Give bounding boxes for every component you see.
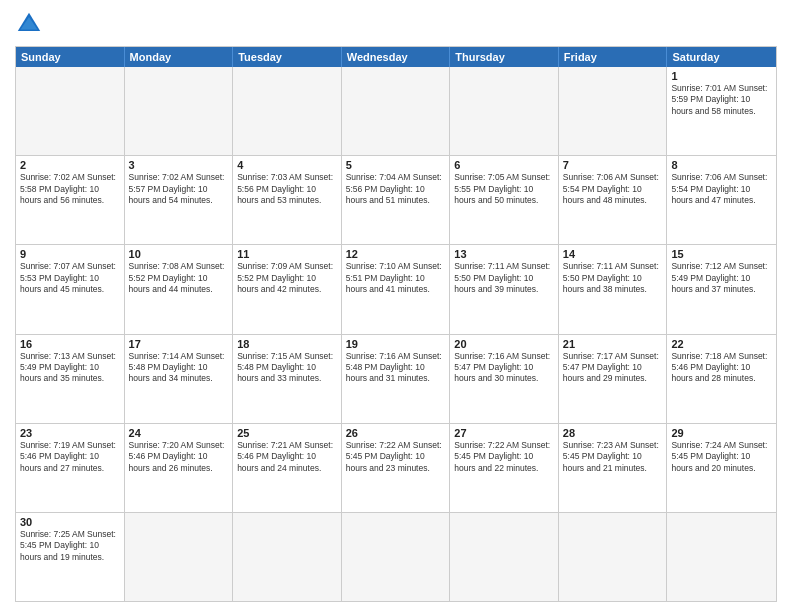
day-info: Sunrise: 7:01 AM Sunset: 5:59 PM Dayligh…: [671, 83, 772, 117]
day-cell-16: 16Sunrise: 7:13 AM Sunset: 5:49 PM Dayli…: [16, 335, 125, 423]
day-cell-1: 1Sunrise: 7:01 AM Sunset: 5:59 PM Daylig…: [667, 67, 776, 155]
day-number: 2: [20, 159, 120, 171]
day-info: Sunrise: 7:24 AM Sunset: 5:45 PM Dayligh…: [671, 440, 772, 474]
day-number: 7: [563, 159, 663, 171]
day-cell-14: 14Sunrise: 7:11 AM Sunset: 5:50 PM Dayli…: [559, 245, 668, 333]
day-number: 18: [237, 338, 337, 350]
day-info: Sunrise: 7:13 AM Sunset: 5:49 PM Dayligh…: [20, 351, 120, 385]
day-number: 3: [129, 159, 229, 171]
day-cell-5: 5Sunrise: 7:04 AM Sunset: 5:56 PM Daylig…: [342, 156, 451, 244]
calendar: SundayMondayTuesdayWednesdayThursdayFrid…: [15, 46, 777, 602]
day-cell-empty: [233, 67, 342, 155]
day-info: Sunrise: 7:07 AM Sunset: 5:53 PM Dayligh…: [20, 261, 120, 295]
day-info: Sunrise: 7:06 AM Sunset: 5:54 PM Dayligh…: [563, 172, 663, 206]
day-info: Sunrise: 7:08 AM Sunset: 5:52 PM Dayligh…: [129, 261, 229, 295]
day-info: Sunrise: 7:20 AM Sunset: 5:46 PM Dayligh…: [129, 440, 229, 474]
week-row-1: 2Sunrise: 7:02 AM Sunset: 5:58 PM Daylig…: [16, 156, 776, 245]
day-header-monday: Monday: [125, 47, 234, 67]
day-number: 26: [346, 427, 446, 439]
day-cell-8: 8Sunrise: 7:06 AM Sunset: 5:54 PM Daylig…: [667, 156, 776, 244]
day-number: 1: [671, 70, 772, 82]
day-cell-9: 9Sunrise: 7:07 AM Sunset: 5:53 PM Daylig…: [16, 245, 125, 333]
day-header-friday: Friday: [559, 47, 668, 67]
day-number: 15: [671, 248, 772, 260]
day-number: 13: [454, 248, 554, 260]
day-number: 30: [20, 516, 120, 528]
day-cell-4: 4Sunrise: 7:03 AM Sunset: 5:56 PM Daylig…: [233, 156, 342, 244]
day-number: 12: [346, 248, 446, 260]
day-number: 11: [237, 248, 337, 260]
week-row-4: 23Sunrise: 7:19 AM Sunset: 5:46 PM Dayli…: [16, 424, 776, 513]
day-cell-25: 25Sunrise: 7:21 AM Sunset: 5:46 PM Dayli…: [233, 424, 342, 512]
day-info: Sunrise: 7:02 AM Sunset: 5:57 PM Dayligh…: [129, 172, 229, 206]
day-cell-18: 18Sunrise: 7:15 AM Sunset: 5:48 PM Dayli…: [233, 335, 342, 423]
week-row-2: 9Sunrise: 7:07 AM Sunset: 5:53 PM Daylig…: [16, 245, 776, 334]
day-info: Sunrise: 7:09 AM Sunset: 5:52 PM Dayligh…: [237, 261, 337, 295]
day-number: 14: [563, 248, 663, 260]
day-cell-empty: [667, 513, 776, 601]
week-row-3: 16Sunrise: 7:13 AM Sunset: 5:49 PM Dayli…: [16, 335, 776, 424]
day-info: Sunrise: 7:25 AM Sunset: 5:45 PM Dayligh…: [20, 529, 120, 563]
day-cell-23: 23Sunrise: 7:19 AM Sunset: 5:46 PM Dayli…: [16, 424, 125, 512]
day-cell-21: 21Sunrise: 7:17 AM Sunset: 5:47 PM Dayli…: [559, 335, 668, 423]
day-cell-19: 19Sunrise: 7:16 AM Sunset: 5:48 PM Dayli…: [342, 335, 451, 423]
day-cell-empty: [125, 513, 234, 601]
day-number: 20: [454, 338, 554, 350]
day-cell-empty: [450, 513, 559, 601]
day-info: Sunrise: 7:06 AM Sunset: 5:54 PM Dayligh…: [671, 172, 772, 206]
day-cell-12: 12Sunrise: 7:10 AM Sunset: 5:51 PM Dayli…: [342, 245, 451, 333]
day-info: Sunrise: 7:16 AM Sunset: 5:47 PM Dayligh…: [454, 351, 554, 385]
day-number: 17: [129, 338, 229, 350]
day-info: Sunrise: 7:12 AM Sunset: 5:49 PM Dayligh…: [671, 261, 772, 295]
week-row-5: 30Sunrise: 7:25 AM Sunset: 5:45 PM Dayli…: [16, 513, 776, 601]
week-row-0: 1Sunrise: 7:01 AM Sunset: 5:59 PM Daylig…: [16, 67, 776, 156]
day-cell-empty: [450, 67, 559, 155]
day-cell-empty: [559, 513, 668, 601]
day-info: Sunrise: 7:15 AM Sunset: 5:48 PM Dayligh…: [237, 351, 337, 385]
day-cell-6: 6Sunrise: 7:05 AM Sunset: 5:55 PM Daylig…: [450, 156, 559, 244]
day-header-sunday: Sunday: [16, 47, 125, 67]
day-header-saturday: Saturday: [667, 47, 776, 67]
day-number: 4: [237, 159, 337, 171]
day-cell-27: 27Sunrise: 7:22 AM Sunset: 5:45 PM Dayli…: [450, 424, 559, 512]
day-info: Sunrise: 7:18 AM Sunset: 5:46 PM Dayligh…: [671, 351, 772, 385]
day-cell-3: 3Sunrise: 7:02 AM Sunset: 5:57 PM Daylig…: [125, 156, 234, 244]
day-info: Sunrise: 7:02 AM Sunset: 5:58 PM Dayligh…: [20, 172, 120, 206]
day-info: Sunrise: 7:21 AM Sunset: 5:46 PM Dayligh…: [237, 440, 337, 474]
day-number: 8: [671, 159, 772, 171]
day-info: Sunrise: 7:03 AM Sunset: 5:56 PM Dayligh…: [237, 172, 337, 206]
day-headers: SundayMondayTuesdayWednesdayThursdayFrid…: [16, 47, 776, 67]
day-number: 5: [346, 159, 446, 171]
day-cell-empty: [559, 67, 668, 155]
day-number: 6: [454, 159, 554, 171]
day-cell-15: 15Sunrise: 7:12 AM Sunset: 5:49 PM Dayli…: [667, 245, 776, 333]
day-cell-empty: [342, 513, 451, 601]
day-number: 21: [563, 338, 663, 350]
day-info: Sunrise: 7:11 AM Sunset: 5:50 PM Dayligh…: [563, 261, 663, 295]
day-cell-empty: [342, 67, 451, 155]
day-number: 28: [563, 427, 663, 439]
day-cell-17: 17Sunrise: 7:14 AM Sunset: 5:48 PM Dayli…: [125, 335, 234, 423]
day-info: Sunrise: 7:14 AM Sunset: 5:48 PM Dayligh…: [129, 351, 229, 385]
day-info: Sunrise: 7:19 AM Sunset: 5:46 PM Dayligh…: [20, 440, 120, 474]
calendar-body: 1Sunrise: 7:01 AM Sunset: 5:59 PM Daylig…: [16, 67, 776, 601]
day-info: Sunrise: 7:04 AM Sunset: 5:56 PM Dayligh…: [346, 172, 446, 206]
page: SundayMondayTuesdayWednesdayThursdayFrid…: [0, 0, 792, 612]
day-info: Sunrise: 7:16 AM Sunset: 5:48 PM Dayligh…: [346, 351, 446, 385]
day-cell-7: 7Sunrise: 7:06 AM Sunset: 5:54 PM Daylig…: [559, 156, 668, 244]
header: [15, 10, 777, 38]
logo: [15, 10, 47, 38]
day-cell-10: 10Sunrise: 7:08 AM Sunset: 5:52 PM Dayli…: [125, 245, 234, 333]
day-info: Sunrise: 7:05 AM Sunset: 5:55 PM Dayligh…: [454, 172, 554, 206]
day-cell-empty: [16, 67, 125, 155]
day-number: 24: [129, 427, 229, 439]
day-info: Sunrise: 7:11 AM Sunset: 5:50 PM Dayligh…: [454, 261, 554, 295]
day-info: Sunrise: 7:23 AM Sunset: 5:45 PM Dayligh…: [563, 440, 663, 474]
day-header-wednesday: Wednesday: [342, 47, 451, 67]
day-info: Sunrise: 7:22 AM Sunset: 5:45 PM Dayligh…: [346, 440, 446, 474]
logo-icon: [15, 10, 43, 38]
day-info: Sunrise: 7:22 AM Sunset: 5:45 PM Dayligh…: [454, 440, 554, 474]
day-cell-26: 26Sunrise: 7:22 AM Sunset: 5:45 PM Dayli…: [342, 424, 451, 512]
day-cell-22: 22Sunrise: 7:18 AM Sunset: 5:46 PM Dayli…: [667, 335, 776, 423]
day-cell-20: 20Sunrise: 7:16 AM Sunset: 5:47 PM Dayli…: [450, 335, 559, 423]
